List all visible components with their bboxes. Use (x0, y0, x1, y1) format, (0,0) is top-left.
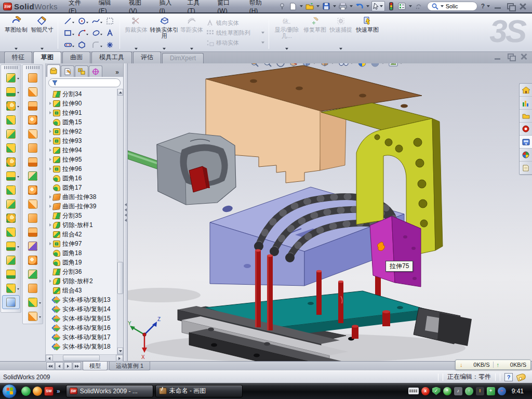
mirror-entities-button[interactable]: 镜向实体 (205, 18, 266, 28)
hide-show-items-icon[interactable] (338, 63, 354, 67)
menu-item[interactable]: 文件(F) (63, 0, 93, 12)
thicken-icon[interactable] (24, 281, 42, 295)
file-explorer-tab[interactable] (520, 110, 532, 123)
scrollbar-thumb[interactable] (117, 262, 123, 294)
tree-item[interactable]: 实体-移动/复制17 (48, 332, 117, 342)
tree-item[interactable]: 实体-移动/复制18 (48, 342, 117, 351)
smart-dimension-caret-icon[interactable] (41, 48, 44, 50)
taskbar-task-button[interactable]: SW SolidWorks 2009 - ... (66, 385, 153, 397)
expand-arrow-icon[interactable] (48, 280, 52, 283)
offset-entities-button[interactable]: 等距实体 (179, 15, 205, 51)
prev-tab-button[interactable] (55, 362, 63, 370)
trim-entities-button[interactable]: 剪裁实体 (123, 15, 150, 51)
swept-surface-icon[interactable] (24, 99, 42, 113)
tree-item[interactable]: 圆角15 (48, 117, 117, 127)
command-tab[interactable]: DimXpert (162, 53, 204, 63)
point-tool-icon[interactable] (103, 39, 117, 51)
quick-snaps-caret-icon[interactable] (339, 48, 342, 50)
command-tab[interactable]: 草图 (33, 51, 61, 63)
undo-icon[interactable] (355, 2, 364, 11)
expand-arrow-icon[interactable] (48, 233, 52, 236)
fillet-icon[interactable] (2, 99, 20, 113)
revolved-surface-icon[interactable] (24, 85, 42, 99)
expand-arrow-icon[interactable] (48, 111, 52, 114)
menu-item[interactable]: 编辑(E) (93, 0, 123, 12)
tree-item[interactable]: 圆角19 (48, 258, 117, 267)
interference-check-icon[interactable] (387, 2, 396, 11)
open-caret-icon[interactable] (316, 5, 320, 7)
save-caret-icon[interactable] (333, 5, 336, 7)
split-tool-icon[interactable] (2, 197, 20, 211)
shell-icon[interactable] (2, 127, 20, 141)
panel-overflow-button[interactable]: » (112, 69, 122, 77)
select-tool[interactable] (371, 1, 385, 11)
tree-vertical-scrollbar[interactable] (117, 89, 123, 354)
draft-icon[interactable] (2, 155, 20, 169)
split-tool-icon[interactable] (2, 183, 20, 197)
tree-item[interactable]: 拉伸93 (48, 136, 117, 145)
linear-sketch-pattern-button[interactable]: 线性草图阵列 (205, 28, 266, 37)
configurationmanager-tab[interactable] (75, 65, 88, 77)
linear-pattern-icon[interactable] (2, 169, 20, 183)
menu-item[interactable]: 窗口(W) (211, 0, 243, 12)
circle-tool-icon[interactable] (75, 15, 89, 27)
search-box[interactable] (427, 2, 477, 11)
tree-item[interactable]: 拉伸90 (48, 99, 117, 108)
addon-tray-icon[interactable]: + (487, 387, 495, 395)
motion-study-tab[interactable]: 运动算例 1 (109, 362, 150, 370)
polygon-tool-icon[interactable] (75, 39, 89, 51)
quick-snaps-button[interactable]: 快速捕捉 (328, 15, 354, 51)
solidworks-quicklaunch-icon[interactable]: SW (44, 387, 54, 396)
taskbar-task-button[interactable]: 未命名 - 画图 (155, 385, 243, 397)
display-style-icon[interactable] (320, 63, 335, 68)
taskbar-clock[interactable]: 9:41 (509, 388, 527, 395)
tree-item[interactable]: 实体-移动/复制14 (48, 304, 117, 314)
expand-arrow-icon[interactable] (48, 261, 52, 264)
search-caret-icon[interactable] (441, 5, 444, 7)
marquee-tool-icon[interactable] (103, 15, 117, 27)
convert-caret-icon[interactable] (163, 48, 166, 50)
expand-arrow-icon[interactable] (48, 149, 52, 152)
line-tool-icon[interactable] (61, 15, 75, 27)
scroll-up-button[interactable] (117, 89, 123, 96)
tree-item[interactable]: 分割35 (48, 211, 117, 220)
extruded-boss-icon[interactable] (2, 71, 20, 85)
design-library-tab[interactable] (520, 97, 532, 110)
menu-item[interactable]: 帮助(H) (244, 0, 274, 12)
select-caret-icon[interactable] (380, 5, 383, 7)
extend-surface-icon[interactable] (24, 225, 42, 239)
boundary-surface-icon[interactable] (24, 127, 42, 141)
expand-arrow-icon[interactable] (48, 308, 52, 311)
tree-item[interactable]: 组合42 (48, 230, 117, 239)
expand-arrow-icon[interactable] (48, 158, 52, 161)
help-caret-icon[interactable] (487, 5, 490, 7)
options-caret-icon[interactable] (409, 5, 412, 7)
spline-tool-icon[interactable] (89, 15, 103, 27)
tree-item[interactable]: 圆角16 (48, 174, 117, 183)
tree-item[interactable]: 实体-移动/复制13 (48, 295, 117, 304)
undo-caret-icon[interactable] (366, 5, 369, 7)
command-tab[interactable]: 曲面 (62, 51, 90, 63)
expand-arrow-icon[interactable] (48, 177, 52, 180)
filled-surface-icon[interactable] (24, 141, 42, 155)
expand-arrow-icon[interactable] (48, 336, 52, 339)
menu-item[interactable]: 工具(T) (182, 0, 212, 12)
expand-arrow-icon[interactable] (48, 214, 52, 217)
tree-item[interactable]: 圆角17 (48, 183, 117, 192)
new-document-caret-icon[interactable] (300, 5, 303, 7)
doc-close-button[interactable] (520, 54, 528, 60)
tree-item[interactable]: 组合43 (48, 286, 117, 295)
smart-dimension-button[interactable]: 智能尺寸 (29, 15, 55, 51)
rectangle-tool-icon[interactable] (61, 27, 75, 39)
command-tab[interactable]: 模具工具 (91, 51, 132, 63)
custom-properties-tab[interactable] (520, 162, 532, 175)
tree-item[interactable]: 切除-放样2 (48, 276, 117, 286)
expand-arrow-icon[interactable] (48, 195, 52, 198)
plane-icon[interactable] (2, 253, 20, 267)
expand-arrow-icon[interactable] (48, 289, 52, 292)
expand-arrow-icon[interactable] (48, 317, 52, 320)
tree-filter-box[interactable] (48, 78, 121, 87)
expand-arrow-icon[interactable] (48, 205, 52, 208)
sketch-caret-icon[interactable] (15, 48, 18, 50)
blocked-tray-icon[interactable]: − (498, 387, 506, 395)
